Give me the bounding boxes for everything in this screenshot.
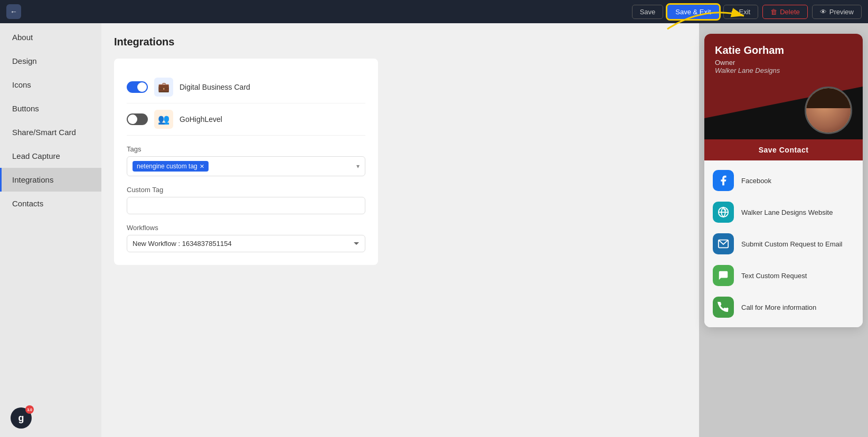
sidebar-item-contacts[interactable]: Contacts [0,192,101,215]
integration-row-dbc: 💼 Digital Business Card [127,71,365,103]
logo-icon: g 3.0 [11,407,32,429]
card-name: Katie Gorham [715,44,852,56]
toggle-dbc[interactable] [127,81,148,93]
sidebar-item-about[interactable]: About [0,25,101,49]
facebook-icon [713,170,734,191]
card-company: Walker Lane Designs [715,66,852,74]
email-label: Submit Custom Request to Email [741,240,842,248]
avatar-face [806,88,851,132]
phone-icon [713,297,734,318]
save-button[interactable]: Save [632,5,664,19]
main-layout: About Design Icons Buttons Share/Smart C… [0,23,868,437]
facebook-label: Facebook [741,177,771,185]
sidebar: About Design Icons Buttons Share/Smart C… [0,23,101,437]
sidebar-item-integrations[interactable]: Integrations [0,168,101,192]
sidebar-item-lead-capture[interactable]: Lead Capture [0,144,101,168]
workflow-select[interactable]: New Workflow : 1634837851154 [127,235,365,252]
toggle-ghl[interactable] [127,113,148,125]
tags-section: Tags netengine custom tag ✕ ▾ [127,145,365,176]
delete-button[interactable]: 🗑 Delete [762,5,808,19]
custom-tag-label: Custom Tag [127,186,365,194]
logo-badge: 3.0 [25,405,34,414]
page-title: Integrations [114,36,686,48]
content-area: Integrations 💼 Digital Business Card 👥 G… [101,23,699,437]
sidebar-logo: g 3.0 [0,399,101,437]
save-contact-button[interactable]: Save Contact [704,139,863,160]
ghl-label: GoHighLevel [180,115,222,124]
dbc-icon: 💼 [154,78,173,97]
email-icon [713,233,734,254]
website-icon [713,202,734,223]
website-label: Walker Lane Designs Website [741,208,833,216]
exit-button[interactable]: ↩ Exit [723,5,759,19]
sidebar-item-smart-card[interactable]: Share/Smart Card [0,120,101,144]
avatar [805,87,852,134]
integrations-card: 💼 Digital Business Card 👥 GoHighLevel Ta… [114,59,378,265]
top-navigation: ← Save Save & Exit ↩ Exit 🗑 Delete 👁 Pre… [0,0,868,23]
sidebar-item-design[interactable]: Design [0,49,101,73]
tag-chip: netengine custom tag ✕ [133,161,209,172]
svg-line-3 [723,209,727,211]
custom-tag-section: Custom Tag [127,186,365,214]
integration-row-ghl: 👥 GoHighLevel [127,103,365,136]
ghl-icon: 👥 [154,110,173,129]
link-website[interactable]: Walker Lane Designs Website [704,196,863,228]
card-links: Facebook Walker Lane Designs Website Sub… [704,160,863,327]
link-facebook[interactable]: Facebook [704,165,863,196]
preview-button[interactable]: 👁 Preview [812,5,862,19]
link-sms[interactable]: Text Custom Request [704,260,863,291]
save-exit-button[interactable]: Save & Exit [667,5,719,19]
workflows-section: Workflows New Workflow : 1634837851154 [127,224,365,252]
sms-label: Text Custom Request [741,272,807,280]
card-job-title: Owner [715,59,852,66]
tags-dropdown-arrow: ▾ [356,163,360,170]
sms-icon [713,265,734,286]
workflows-label: Workflows [127,224,365,232]
sidebar-item-buttons[interactable]: Buttons [0,97,101,120]
card-header: Katie Gorham Owner Walker Lane Designs [704,34,863,139]
phone-label: Call for More information [741,303,816,311]
sidebar-item-icons[interactable]: Icons [0,73,101,97]
tags-label: Tags [127,145,365,153]
preview-panel: Katie Gorham Owner Walker Lane Designs S… [699,23,868,437]
avatar-hair [806,88,851,108]
custom-tag-input[interactable] [127,197,365,214]
link-email[interactable]: Submit Custom Request to Email [704,228,863,260]
tags-input[interactable]: netengine custom tag ✕ ▾ [127,156,365,176]
business-card: Katie Gorham Owner Walker Lane Designs S… [704,34,863,327]
dbc-label: Digital Business Card [180,83,250,91]
link-phone[interactable]: Call for More information [704,291,863,323]
back-button[interactable]: ← [6,4,21,19]
tag-chip-close[interactable]: ✕ [200,163,204,170]
